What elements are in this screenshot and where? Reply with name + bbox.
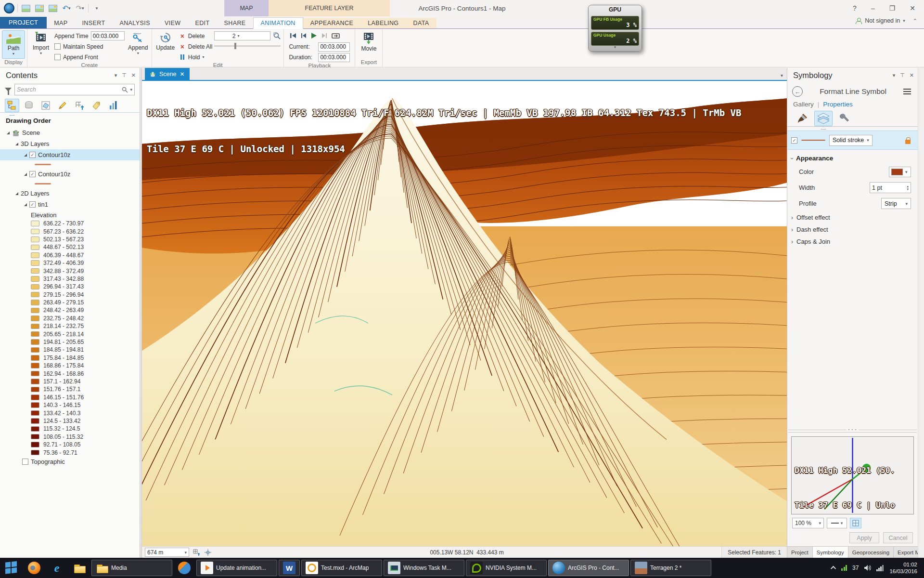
preview-grid-button[interactable] xyxy=(850,518,861,528)
legend-item[interactable]: 372.49 - 406.39 xyxy=(0,259,140,267)
legend-item[interactable]: 124.5 - 133.42 xyxy=(0,417,140,425)
sign-in-status[interactable]: Not signed in ▾ ⌃ xyxy=(856,17,922,24)
preview-line-style-dropdown[interactable]: ▾ xyxy=(827,518,847,528)
update-button[interactable]: Update xyxy=(154,30,177,62)
close-pane-icon[interactable]: ✕ xyxy=(910,72,914,79)
customize-qat-icon[interactable]: ▾ xyxy=(91,3,102,13)
appearance-section-header[interactable]: › Appearance xyxy=(787,150,918,164)
chevron-down-icon[interactable]: ▾ xyxy=(130,87,132,92)
tray-expand-icon[interactable] xyxy=(831,566,836,571)
legend-item[interactable]: 157.1 - 162.94 xyxy=(0,378,140,385)
taskbar-item[interactable] xyxy=(1,560,22,576)
legend-item[interactable]: 248.42 - 263.49 xyxy=(0,306,140,314)
duration-input[interactable] xyxy=(318,53,350,62)
layer-symbol-row[interactable] xyxy=(0,180,140,188)
taskbar-clock[interactable]: 01:02 16/03/2016 xyxy=(889,561,917,575)
list-by-selection-icon[interactable] xyxy=(38,99,53,112)
line-symbol-swatch[interactable] xyxy=(35,164,51,165)
legend-item[interactable]: 406.39 - 448.67 xyxy=(0,251,140,259)
color-lock-icon[interactable] xyxy=(905,136,914,144)
ribbon-tab[interactable]: EDIT xyxy=(188,18,217,28)
view-tab-menu-icon[interactable]: ▾ xyxy=(781,73,787,80)
legend-item[interactable]: 162.94 - 168.86 xyxy=(0,369,140,377)
taskbar-item[interactable]: ArcGIS Pro - Cont... xyxy=(548,560,629,576)
tree-node-contour10z-2[interactable]: ✓ Contour10z xyxy=(0,169,140,180)
gpu-widget-expand-icon[interactable]: ▾ xyxy=(591,46,639,48)
taskbar-item[interactable] xyxy=(69,560,90,576)
tab-gallery[interactable]: Gallery xyxy=(793,101,814,108)
ribbon-tab[interactable]: ANIMATION xyxy=(253,17,303,29)
legend-item[interactable]: 448.67 - 502.13 xyxy=(0,243,140,251)
symbol-tab-structure[interactable] xyxy=(835,111,854,126)
selection-tool-icon[interactable] xyxy=(204,548,212,557)
color-picker-button[interactable]: ▾ xyxy=(889,167,911,177)
gpu-temp-value[interactable]: 37 xyxy=(852,565,859,571)
legend-item[interactable]: 168.86 - 175.84 xyxy=(0,362,140,369)
expander-icon[interactable] xyxy=(15,143,18,145)
tree-node-3d-layers[interactable]: 3D Layers xyxy=(0,138,140,149)
legend-item[interactable]: 502.13 - 567.23 xyxy=(0,236,140,243)
legend-item[interactable]: 175.84 - 184.85 xyxy=(0,354,140,362)
legend-item[interactable]: 218.14 - 232.75 xyxy=(0,322,140,330)
delete-all-button[interactable]: × Delete All xyxy=(179,42,213,51)
preview-splitter[interactable] xyxy=(788,430,917,433)
expander-icon[interactable] xyxy=(24,203,27,206)
taskbar-item[interactable]: NVIDIA System M... xyxy=(466,560,547,576)
help-button[interactable]: ? xyxy=(853,4,857,12)
close-button[interactable]: ✕ xyxy=(910,4,915,12)
scene-canvas[interactable]: DX11 High 52.021 (50.062) FPS 12010884 T… xyxy=(142,81,787,546)
tab-properties[interactable]: Properties xyxy=(823,101,853,108)
apply-button[interactable]: Apply xyxy=(849,532,879,543)
legend-item[interactable]: 140.3 - 146.15 xyxy=(0,401,140,409)
taskbar-item[interactable]: Windows Task M... xyxy=(384,560,464,576)
ribbon-tab[interactable]: PROJECT xyxy=(0,17,47,28)
taskbar-item[interactable]: W xyxy=(279,560,300,576)
redo-icon[interactable]: ↷▾ xyxy=(75,3,85,13)
tree-node-2d-layers[interactable]: 2D Layers xyxy=(0,188,140,199)
append-button[interactable]: Append ▾ xyxy=(127,30,150,62)
restore-button[interactable]: ❐ xyxy=(889,4,896,12)
legend-item[interactable]: 279.15 - 296.94 xyxy=(0,291,140,299)
expander-icon[interactable] xyxy=(15,192,18,195)
scale-select[interactable]: 674 m ▾ xyxy=(145,548,189,557)
next-keyframe-button[interactable] xyxy=(321,33,327,39)
pane-tab[interactable]: Geoprocessing xyxy=(848,547,894,558)
tree-node-topographic[interactable]: Topographic xyxy=(0,457,140,467)
taskbar-item[interactable] xyxy=(174,560,195,576)
pane-tab[interactable]: Project xyxy=(787,547,813,558)
layer-visibility-checkbox[interactable]: ✓ xyxy=(29,152,36,158)
preview-zoom-dropdown[interactable]: 100 % ▾ xyxy=(792,518,824,528)
ribbon-tab[interactable]: VIEW xyxy=(157,18,188,28)
taskbar-item[interactable]: Terragen 2 * xyxy=(630,560,711,576)
menu-icon[interactable] xyxy=(903,91,911,92)
skip-to-start-button[interactable] xyxy=(290,33,296,39)
tree-node-tin1[interactable]: ✓ tin1 xyxy=(0,199,140,210)
pane-tab[interactable]: Symbology xyxy=(813,547,848,558)
play-button[interactable] xyxy=(311,32,317,39)
collapsed-section[interactable]: › Caps & Join xyxy=(787,236,918,248)
network-icon[interactable] xyxy=(876,565,884,571)
legend-item[interactable]: 342.88 - 372.49 xyxy=(0,267,140,275)
append-time-input[interactable] xyxy=(91,31,125,40)
list-by-snapping-icon[interactable] xyxy=(72,99,87,112)
legend-item[interactable]: 194.81 - 205.65 xyxy=(0,338,140,346)
expander-icon[interactable] xyxy=(7,131,10,134)
volume-icon[interactable] xyxy=(864,565,871,571)
layer-symbol-row[interactable] xyxy=(0,160,140,169)
layer-visibility-checkbox[interactable]: ✓ xyxy=(29,171,36,177)
legend-item[interactable]: 108.05 - 115.32 xyxy=(0,433,140,441)
ribbon-tab[interactable]: ANALYSIS xyxy=(112,18,157,28)
close-pane-icon[interactable]: ✕ xyxy=(131,72,136,79)
close-tab-icon[interactable]: ✕ xyxy=(180,71,184,78)
spinner-arrows-icon[interactable]: ▴▾ xyxy=(907,185,909,191)
grid-tool-icon[interactable] xyxy=(192,548,201,557)
list-by-charts-icon[interactable] xyxy=(106,99,120,112)
layer-visibility-checkbox[interactable]: ✓ xyxy=(29,201,36,208)
legend-item[interactable]: 567.23 - 636.22 xyxy=(0,227,140,235)
stroke-layer-row[interactable]: ✓ Solid stroke ▾ xyxy=(787,131,918,150)
search-icon[interactable] xyxy=(122,87,128,93)
movie-button[interactable]: Movie xyxy=(357,30,380,59)
slider-thumb[interactable] xyxy=(234,43,236,49)
legend-item[interactable]: 184.85 - 194.81 xyxy=(0,346,140,354)
tree-node-contour10z-1[interactable]: ✓ Contour10z xyxy=(0,149,140,160)
